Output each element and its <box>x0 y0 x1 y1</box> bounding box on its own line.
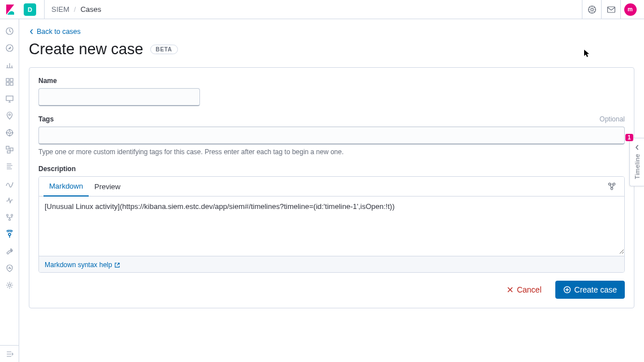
tags-label: Tags <box>38 115 54 123</box>
name-label: Name <box>38 77 57 85</box>
page-title: Create new case <box>29 41 143 58</box>
svg-rect-18 <box>10 148 13 151</box>
svg-point-1 <box>590 8 593 11</box>
breadcrumb-separator: / <box>74 5 76 14</box>
tab-preview[interactable]: Preview <box>89 177 126 196</box>
nav-collapse-icon[interactable] <box>0 345 19 362</box>
nav-monitoring-icon[interactable] <box>3 263 16 273</box>
nav-uptime-icon[interactable] <box>3 195 16 206</box>
svg-rect-17 <box>6 146 9 149</box>
tags-input[interactable] <box>38 127 625 145</box>
nav-apm-icon[interactable] <box>3 178 16 189</box>
breadcrumb-app[interactable]: SIEM <box>51 5 69 14</box>
svg-rect-5 <box>6 78 9 81</box>
nav-management-icon[interactable] <box>3 280 16 290</box>
svg-rect-6 <box>10 78 13 81</box>
nav-siem-icon[interactable] <box>3 229 16 239</box>
nav-ml-icon[interactable] <box>3 128 16 138</box>
svg-rect-8 <box>10 82 13 85</box>
tab-markdown[interactable]: Markdown <box>43 177 89 197</box>
svg-point-11 <box>8 132 11 134</box>
svg-point-23 <box>8 233 11 235</box>
timeline-badge: 1 <box>625 134 633 141</box>
create-case-button[interactable]: Create case <box>555 281 625 299</box>
nav-maps-icon[interactable] <box>3 111 16 121</box>
create-case-label: Create case <box>575 285 617 294</box>
description-label: Description <box>38 165 76 173</box>
svg-rect-19 <box>7 151 10 153</box>
chevron-left-icon <box>634 145 640 150</box>
space-badge[interactable]: D <box>24 3 36 16</box>
nav-dashboard-icon[interactable] <box>3 77 16 87</box>
timeline-flyout-toggle[interactable]: 1 Timeline <box>629 138 644 186</box>
breadcrumb: SIEM / Cases <box>51 5 101 14</box>
nav-devtools-icon[interactable] <box>3 246 16 256</box>
nav-logs-icon[interactable] <box>3 162 16 172</box>
svg-rect-9 <box>6 96 13 101</box>
svg-point-21 <box>11 215 12 216</box>
tags-optional: Optional <box>599 115 625 123</box>
side-nav <box>0 19 19 362</box>
cancel-label: Cancel <box>517 285 542 294</box>
beta-badge: BETA <box>150 45 178 54</box>
user-avatar[interactable]: m <box>620 0 639 19</box>
svg-point-27 <box>611 187 613 190</box>
svg-rect-2 <box>607 7 615 12</box>
nav-discover-icon[interactable] <box>3 43 16 53</box>
create-case-panel: Name Tags Optional Type one or more cust… <box>29 67 634 308</box>
svg-rect-7 <box>6 82 9 85</box>
markdown-help-link[interactable]: Markdown syntax help <box>45 261 120 269</box>
header-divider <box>44 0 45 19</box>
help-icon[interactable] <box>582 0 601 19</box>
kibana-logo-icon[interactable] <box>5 3 17 16</box>
svg-point-22 <box>8 219 10 221</box>
timeline-label: Timeline <box>634 154 641 179</box>
svg-point-20 <box>6 215 8 216</box>
nav-visualize-icon[interactable] <box>3 60 16 70</box>
breadcrumb-current: Cases <box>80 5 101 14</box>
back-link-label: Back to cases <box>37 28 81 36</box>
newsfeed-icon[interactable] <box>601 0 620 19</box>
description-editor: Markdown Preview Markdown syntax help <box>38 176 625 273</box>
nav-endpoint-icon[interactable] <box>3 212 16 223</box>
back-link[interactable]: Back to cases <box>29 28 81 36</box>
avatar-initial: m <box>624 3 637 16</box>
nav-canvas-icon[interactable] <box>3 94 16 104</box>
nav-infra-icon[interactable] <box>3 145 16 155</box>
markdown-help-label: Markdown syntax help <box>45 261 112 269</box>
name-input[interactable] <box>38 88 200 106</box>
tags-help: Type one or more custom identifying tags… <box>38 148 625 156</box>
cancel-button[interactable]: Cancel <box>499 281 550 299</box>
nav-recent-icon[interactable] <box>3 26 16 36</box>
svg-point-24 <box>8 284 10 286</box>
description-textarea[interactable] <box>39 197 624 254</box>
timeline-insert-icon[interactable] <box>604 178 620 194</box>
svg-point-10 <box>8 114 10 116</box>
